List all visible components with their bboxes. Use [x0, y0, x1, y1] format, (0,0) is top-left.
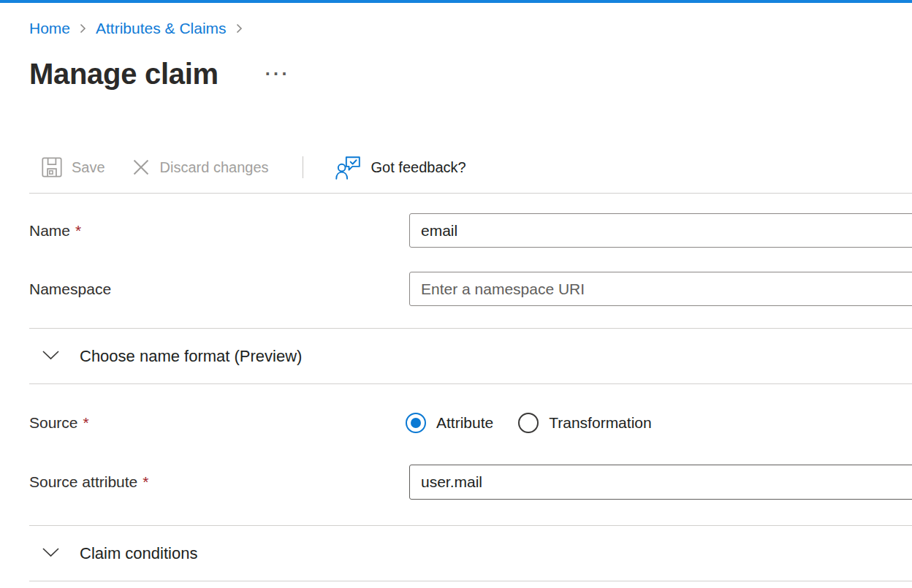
dismiss-x-icon: [132, 158, 151, 177]
radio-selected-icon: [406, 413, 426, 433]
breadcrumb: Home Attributes & Claims: [29, 19, 912, 37]
blade-content: Home Attributes & Claims Manage claim ··…: [0, 19, 912, 581]
toolbar-separator: [303, 156, 303, 178]
source-attribute-label-text: Source attribute: [29, 473, 137, 490]
chevron-down-icon: [42, 547, 60, 560]
name-field-row: Name*: [29, 213, 912, 248]
required-asterisk: *: [75, 222, 81, 239]
feedback-person-icon: [335, 156, 362, 180]
got-feedback-label: Got feedback?: [371, 159, 466, 176]
save-button-label: Save: [72, 159, 105, 176]
page-title: Manage claim: [29, 56, 218, 91]
radio-attribute[interactable]: Attribute: [406, 413, 493, 433]
chevron-right-icon: [80, 23, 86, 34]
radio-transformation[interactable]: Transformation: [518, 413, 651, 433]
chevron-right-icon: [236, 23, 243, 34]
namespace-input[interactable]: [409, 272, 912, 306]
required-asterisk: *: [142, 473, 148, 490]
source-attribute-input[interactable]: [409, 465, 912, 500]
breadcrumb-attributes-claims-link[interactable]: Attributes & Claims: [96, 19, 227, 37]
source-attribute-field-label: Source attribute*: [29, 473, 409, 491]
save-button[interactable]: Save: [42, 157, 105, 177]
namespace-label-text: Namespace: [29, 280, 111, 297]
top-accent-bar: [0, 0, 912, 3]
name-format-section-title: Choose name format (Preview): [80, 347, 302, 366]
source-field-row: Source* Attribute Transformation: [29, 405, 912, 440]
namespace-field-label: Namespace: [29, 280, 409, 298]
claim-conditions-section-header[interactable]: Claim conditions: [29, 526, 912, 581]
source-attribute-field-row: Source attribute*: [29, 465, 912, 500]
got-feedback-button[interactable]: Got feedback?: [335, 156, 466, 180]
namespace-field-row: Namespace: [29, 272, 912, 306]
divider: [29, 383, 912, 384]
required-asterisk: *: [83, 414, 89, 431]
discard-changes-button[interactable]: Discard changes: [132, 158, 269, 177]
name-format-section-header[interactable]: Choose name format (Preview): [29, 329, 912, 383]
radio-unselected-icon: [518, 413, 539, 433]
save-icon: [42, 157, 62, 177]
discard-changes-label: Discard changes: [160, 159, 269, 176]
command-toolbar: Save Discard changes Got feedb: [29, 148, 912, 186]
claim-conditions-section-title: Claim conditions: [80, 544, 197, 563]
radio-attribute-label: Attribute: [436, 414, 493, 432]
name-label-text: Name: [29, 222, 70, 239]
chevron-down-icon: [42, 350, 60, 363]
more-menu-icon[interactable]: ···: [265, 65, 290, 83]
page-title-row: Manage claim ···: [29, 56, 912, 91]
name-field-label: Name*: [29, 222, 409, 240]
source-label-text: Source: [29, 414, 78, 431]
source-field-label: Source*: [29, 414, 409, 432]
breadcrumb-home-link[interactable]: Home: [29, 19, 70, 37]
source-radio-group: Attribute Transformation: [406, 413, 652, 433]
name-input[interactable]: [409, 213, 912, 248]
divider: [29, 581, 912, 581]
radio-transformation-label: Transformation: [549, 414, 651, 432]
divider: [29, 193, 912, 194]
